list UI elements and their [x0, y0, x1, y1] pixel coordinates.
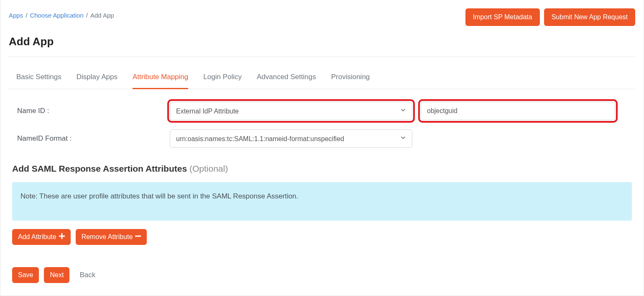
tab-attribute-mapping[interactable]: Attribute Mapping — [133, 69, 188, 89]
add-attribute-label: Add Attribute — [18, 233, 56, 241]
section-title-text: Add SAML Response Assertion Attributes — [12, 164, 187, 173]
section-title: Add SAML Response Assertion Attributes (… — [5, 164, 639, 174]
breadcrumb-choose-application[interactable]: Choose Application — [30, 12, 83, 19]
name-id-text-wrap — [421, 102, 615, 120]
tabs-container: Basic Settings Display Apps Attribute Ma… — [9, 57, 635, 89]
tab-advanced-settings[interactable]: Advanced Settings — [257, 69, 316, 89]
breadcrumb-apps[interactable]: Apps — [9, 12, 23, 19]
name-id-text-input[interactable] — [421, 102, 615, 120]
tab-provisioning[interactable]: Provisioning — [331, 69, 370, 89]
name-id-select-wrap: External IdP Attribute — [170, 102, 412, 120]
import-sp-metadata-button[interactable]: Import SP Metadata — [465, 8, 540, 26]
remove-attribute-button[interactable]: Remove Attribute — [76, 229, 147, 245]
breadcrumb-separator: / — [86, 12, 88, 19]
add-attribute-button[interactable]: Add Attribute — [12, 229, 71, 245]
name-id-select[interactable]: External IdP Attribute — [170, 102, 412, 120]
nameid-format-row: NameID Format : urn:oasis:names:tc:SAML:… — [17, 129, 627, 148]
tab-display-apps[interactable]: Display Apps — [77, 69, 118, 89]
page-title: Add App — [5, 26, 639, 57]
bottom-buttons: Save Next Back — [5, 253, 639, 283]
plus-icon — [59, 233, 65, 241]
name-id-label: Name ID : — [17, 107, 170, 115]
breadcrumb-add-app: Add App — [90, 12, 114, 19]
info-note: Note: These are user profile attributes … — [12, 182, 632, 221]
breadcrumb-separator: / — [26, 12, 27, 19]
nameid-format-label: NameID Format : — [17, 134, 170, 143]
breadcrumb: Apps / Choose Application / Add App — [9, 12, 114, 19]
section-title-optional: (Optional) — [189, 164, 228, 173]
next-button[interactable]: Next — [44, 267, 69, 283]
nameid-format-select[interactable]: urn:oasis:names:tc:SAML:1.1:nameid-forma… — [170, 129, 412, 148]
save-button[interactable]: Save — [12, 267, 39, 283]
remove-attribute-label: Remove Attribute — [82, 233, 133, 241]
back-button[interactable]: Back — [74, 267, 95, 283]
submit-new-app-request-button[interactable]: Submit New App Request — [544, 8, 635, 26]
tab-login-policy[interactable]: Login Policy — [203, 69, 242, 89]
form-content: Name ID : External IdP Attribute NameID … — [5, 89, 639, 148]
attribute-action-buttons: Add Attribute Remove Attribute — [5, 221, 639, 253]
tab-basic-settings[interactable]: Basic Settings — [16, 69, 61, 89]
name-id-row: Name ID : External IdP Attribute — [17, 102, 627, 120]
nameid-format-select-wrap: urn:oasis:names:tc:SAML:1.1:nameid-forma… — [170, 129, 412, 148]
minus-icon — [135, 233, 141, 241]
